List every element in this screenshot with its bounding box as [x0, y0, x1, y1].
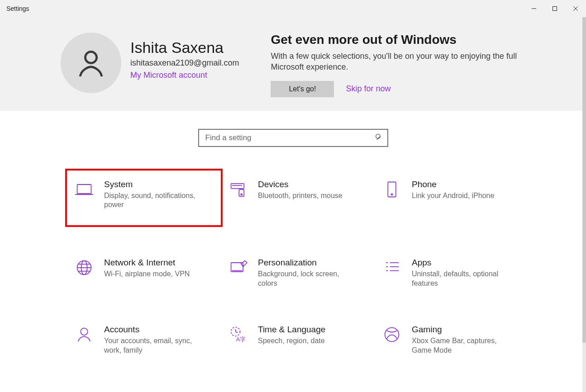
- category-description: Xbox Game Bar, captures, Game Mode: [412, 336, 511, 355]
- svg-rect-14: [388, 182, 396, 197]
- paint-icon: [228, 258, 248, 278]
- category-title: Time & Language: [258, 325, 325, 335]
- xbox-icon: [382, 325, 402, 345]
- svg-point-29: [81, 328, 87, 335]
- category-network[interactable]: Network & Internet Wi-Fi, airplane mode,…: [67, 252, 221, 288]
- titlebar: Settings: [0, 0, 586, 17]
- svg-point-4: [85, 52, 96, 63]
- category-phone[interactable]: Phone Link your Android, iPhone: [375, 174, 529, 222]
- scrollbar-thumb[interactable]: [582, 17, 586, 343]
- category-title: Personalization: [258, 258, 357, 268]
- svg-point-15: [391, 194, 392, 195]
- category-title: Phone: [412, 179, 494, 189]
- category-title: Network & Internet: [104, 258, 190, 268]
- category-description: Wi-Fi, airplane mode, VPN: [104, 269, 190, 279]
- category-privacy[interactable]: Privacy Location, camera, microphone: [375, 386, 529, 392]
- svg-rect-8: [77, 184, 91, 194]
- category-title: Apps: [412, 258, 511, 268]
- category-description: Uninstall, defaults, optional features: [412, 269, 511, 288]
- svg-text:A字: A字: [236, 336, 246, 343]
- svg-rect-1: [553, 7, 557, 11]
- search-icon: [375, 133, 383, 143]
- profile-block: Ishita Saxena ishitasaxena2109@gmail.com…: [61, 33, 239, 97]
- category-apps[interactable]: Apps Uninstall, defaults, optional featu…: [375, 252, 529, 288]
- avatar[interactable]: [61, 33, 121, 93]
- category-devices[interactable]: Devices Bluetooth, printers, mouse: [221, 174, 375, 222]
- category-description: Bluetooth, printers, mouse: [258, 191, 343, 201]
- profile-email: ishitasaxena2109@gmail.com: [130, 58, 239, 68]
- time-language-icon: A字: [228, 325, 248, 345]
- search-box[interactable]: [198, 129, 388, 147]
- promo-block: Get even more out of Windows With a few …: [271, 33, 568, 97]
- vertical-scrollbar[interactable]: [582, 17, 586, 392]
- category-description: Speech, region, date: [258, 336, 325, 346]
- category-ease-of-access[interactable]: Ease of Access Narrator, magnifier, high…: [67, 386, 221, 392]
- window-title: Settings: [6, 5, 29, 12]
- system-icon: [74, 179, 94, 199]
- category-gaming[interactable]: Gaming Xbox Game Bar, captures, Game Mod…: [375, 319, 529, 355]
- person-icon: [74, 325, 94, 345]
- category-title: System: [104, 179, 204, 189]
- phone-icon: [382, 179, 402, 199]
- promo-title: Get even more out of Windows: [271, 33, 568, 47]
- skip-for-now-link[interactable]: Skip for now: [346, 84, 391, 94]
- microsoft-account-link[interactable]: My Microsoft account: [130, 71, 239, 80]
- promo-description: With a few quick selections, you'll be o…: [271, 51, 524, 73]
- categories-grid: System Display, sound, notifications, po…: [67, 174, 550, 392]
- category-personalization[interactable]: Personalization Background, lock screen,…: [221, 252, 375, 288]
- profile-text: Ishita Saxena ishitasaxena2109@gmail.com…: [130, 33, 239, 97]
- category-title: Gaming: [412, 325, 511, 335]
- promo-actions: Let's go! Skip for now: [271, 81, 568, 97]
- category-description: Your accounts, email, sync, work, family: [104, 336, 204, 355]
- category-accounts[interactable]: Accounts Your accounts, email, sync, wor…: [67, 319, 221, 355]
- category-time[interactable]: A字 Time & Language Speech, region, date: [221, 319, 375, 355]
- category-description: Link your Android, iPhone: [412, 191, 494, 201]
- svg-point-5: [376, 134, 380, 138]
- apps-icon: [382, 258, 402, 278]
- search-input[interactable]: [205, 133, 375, 142]
- category-description: Background, lock screen, colors: [258, 269, 357, 288]
- devices-icon: [228, 179, 248, 199]
- category-search[interactable]: Search Find my files, permissions: [221, 386, 375, 392]
- svg-point-12: [241, 194, 242, 195]
- search-container: [0, 129, 586, 147]
- svg-rect-10: [231, 183, 244, 188]
- header-band: Ishita Saxena ishitasaxena2109@gmail.com…: [0, 17, 586, 111]
- close-button[interactable]: [565, 0, 586, 17]
- maximize-button[interactable]: [544, 0, 565, 17]
- category-title: Devices: [258, 179, 343, 189]
- category-description: Display, sound, notifications, power: [104, 191, 204, 210]
- category-system[interactable]: System Display, sound, notifications, po…: [65, 169, 223, 227]
- lets-go-button[interactable]: Let's go!: [271, 81, 334, 97]
- minimize-button[interactable]: [524, 0, 544, 17]
- profile-name: Ishita Saxena: [130, 39, 239, 57]
- globe-icon: [74, 258, 94, 278]
- category-title: Accounts: [104, 325, 204, 335]
- window-controls: [524, 0, 586, 17]
- svg-line-32: [236, 331, 238, 332]
